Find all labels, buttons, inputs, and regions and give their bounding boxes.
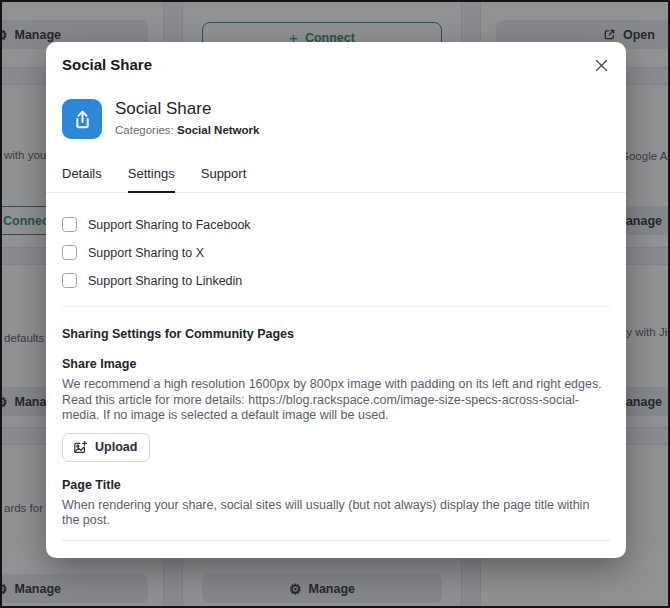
- social-share-modal: Social Share S: [46, 42, 626, 558]
- section-divider: [62, 306, 610, 307]
- checkbox-row-linkedin[interactable]: Support Sharing to Linkedin: [62, 273, 610, 288]
- share-image-description: We recommend a high resolution 1600px by…: [62, 377, 610, 424]
- tab-bar: Details Settings Support: [46, 166, 626, 193]
- checkbox[interactable]: [62, 217, 77, 232]
- checkbox-label: Support Sharing to X: [88, 246, 204, 260]
- screen: ⚙ Manage + Connect Open with your Connec…: [0, 0, 670, 608]
- checkbox-label: Support Sharing to Linkedin: [88, 274, 242, 288]
- checkbox[interactable]: [62, 245, 77, 260]
- app-summary: Social Share Categories: Social Network: [62, 99, 610, 139]
- modal-header: Social Share: [46, 42, 626, 73]
- close-button[interactable]: [590, 54, 612, 76]
- page-title-description: When rendering your share, social sites …: [62, 498, 610, 529]
- social-share-app-icon: [62, 99, 102, 139]
- modal-body: Support Sharing to Facebook Support Shar…: [46, 217, 626, 558]
- share-image-label: Share Image: [62, 357, 610, 371]
- app-text: Social Share Categories: Social Network: [115, 99, 259, 136]
- tab-settings[interactable]: Settings: [128, 166, 175, 193]
- close-icon: [594, 58, 609, 73]
- tab-details[interactable]: Details: [62, 166, 102, 192]
- checkbox-label: Support Sharing to Facebook: [88, 218, 251, 232]
- checkbox-row-facebook[interactable]: Support Sharing to Facebook: [62, 217, 610, 232]
- modal-title: Social Share: [62, 56, 610, 73]
- upload-button-label: Upload: [95, 440, 137, 454]
- upload-button[interactable]: Upload: [62, 433, 150, 462]
- share-icon: [71, 108, 94, 131]
- page-title-label: Page Title: [62, 478, 610, 492]
- page-title-input[interactable]: [62, 531, 610, 541]
- app-name: Social Share: [115, 99, 259, 119]
- image-plus-icon: [73, 440, 88, 455]
- checkbox-group: Support Sharing to Facebook Support Shar…: [62, 217, 610, 288]
- checkbox[interactable]: [62, 273, 77, 288]
- categories-label: Categories:: [115, 124, 174, 136]
- app-categories: Categories: Social Network: [115, 124, 259, 136]
- tab-support[interactable]: Support: [201, 166, 247, 192]
- checkbox-row-x[interactable]: Support Sharing to X: [62, 245, 610, 260]
- community-pages-heading: Sharing Settings for Community Pages: [62, 327, 610, 341]
- categories-value: Social Network: [177, 124, 259, 136]
